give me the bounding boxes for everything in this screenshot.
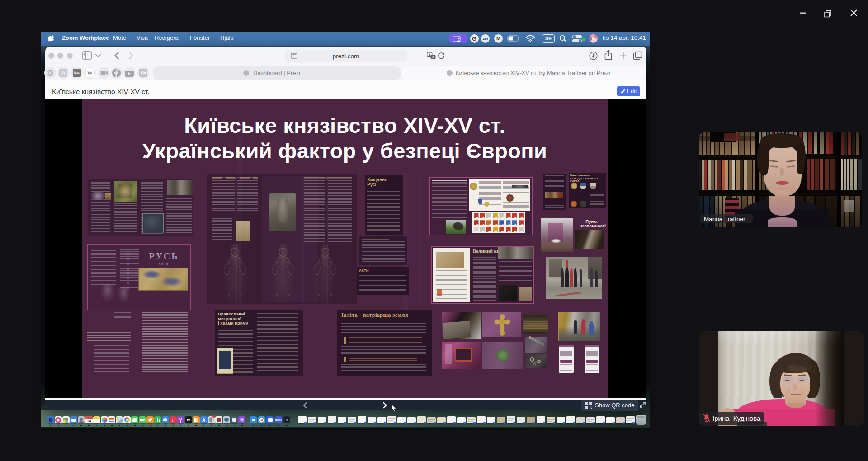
svg-text:A: A [428, 53, 431, 57]
svg-text:文: 文 [431, 55, 435, 58]
